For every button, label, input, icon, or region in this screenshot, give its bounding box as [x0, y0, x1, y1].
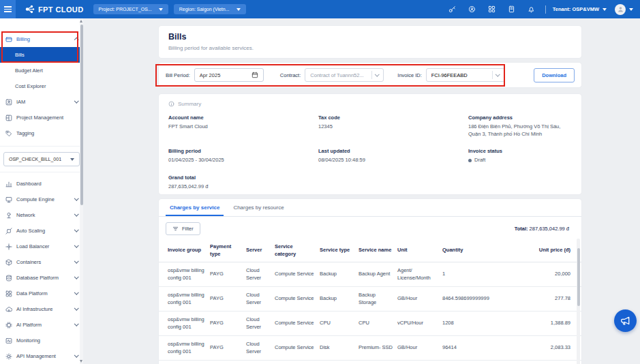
table-cell: Backup [320, 290, 359, 307]
brand-logo[interactable]: FPT CLOUD [25, 4, 84, 14]
filter-icon [172, 226, 179, 232]
chevron-down-icon [74, 196, 78, 200]
fpt-cloud-logo-icon [25, 4, 35, 14]
summary-title: Summary [178, 101, 201, 107]
table-row[interactable]: osp&vmw billing config 001PAYGCloud Serv… [159, 262, 581, 287]
filter-button[interactable]: Filter [166, 222, 200, 235]
sidebar-item-label: Auto Scaling [16, 228, 45, 234]
scrollbar-thumb[interactable] [80, 25, 83, 205]
info-icon [168, 101, 174, 107]
project-select[interactable]: Project: PROJECT_OS... [93, 4, 168, 14]
sidebar-item-label: IAM [16, 99, 25, 105]
tab-charges-by-service[interactable]: Charges by service [163, 199, 226, 216]
sidebar-item-ai-infrastructure[interactable]: AI Infrastructure [0, 301, 83, 317]
tab-charges-by-resource[interactable]: Charges by resource [226, 199, 290, 216]
sidebar-scrollbar[interactable] [80, 18, 83, 364]
menu-icon[interactable] [0, 0, 16, 18]
table-cell: osp&vmw billing config 001 [159, 287, 210, 311]
apps-grid-icon[interactable] [482, 0, 502, 18]
table-header-cell: Payment type [210, 239, 246, 262]
documentation-icon[interactable] [502, 0, 521, 18]
summary-grid: Account nameFPT Smart CloudTax code12345… [168, 115, 572, 190]
announcement-fab[interactable] [614, 309, 637, 332]
invoice-id-label: Invoice ID: [397, 72, 421, 78]
sidebar-item-compute-engine[interactable]: Compute Engine [0, 192, 83, 207]
sidebar-item-tagging[interactable]: Tagging [0, 125, 83, 141]
sidebar-item-billing[interactable]: Billing [0, 31, 83, 47]
tenant-select[interactable]: Tenant: OSP&VMW [553, 6, 607, 12]
sidebar-item-network[interactable]: Network [0, 207, 83, 223]
sidebar-item-budget-alert[interactable]: Budget Alert [0, 63, 83, 78]
sidebar-item-data-platform[interactable]: Data Platform [0, 286, 83, 301]
sidebar-item-database-platform[interactable]: Database Platform [0, 270, 83, 286]
sidebar-item-ai-platform[interactable]: AI Platform [0, 317, 83, 333]
table-cell: PAYG [210, 266, 246, 283]
table-row[interactable]: osp&vmw billing config 001PAYGCloud Serv… [159, 336, 581, 361]
aiplatform-icon [5, 322, 12, 329]
table-cell: 96414 [442, 339, 517, 357]
summary-field-value: 08/04/2025 10:48:59 [318, 157, 444, 164]
chevron-down-icon [74, 275, 78, 279]
table-cell: 8464.598699999999 [442, 290, 517, 307]
table-cell: osp&vmw billing config 001 [159, 312, 210, 335]
chevron-down-icon[interactable] [629, 8, 633, 11]
calendar-icon [252, 72, 258, 78]
status-dot-icon [468, 159, 472, 162]
table-scrollbar[interactable] [577, 239, 580, 364]
table-cell: Compute Service [275, 315, 320, 332]
summary-field-label: Grand total [168, 175, 318, 181]
sidebar-item-api-management[interactable]: API Management [0, 348, 83, 364]
notifications-bell-icon[interactable] [521, 0, 541, 18]
sidebar-item-label: Load Balancer [16, 243, 49, 249]
sidebar-item-iam[interactable]: IAM [0, 94, 83, 110]
table-header-cell: Unit [397, 243, 442, 258]
sidebar-item-project-management[interactable]: Project Management [0, 110, 83, 125]
monitoring-icon [5, 337, 12, 344]
charges-tabs: Charges by service Charges by resource [159, 199, 581, 217]
user-avatar[interactable] [615, 4, 626, 15]
sidebar-item-dashboard[interactable]: Dashboard [0, 176, 83, 192]
bill-period-value: Apr 2025 [200, 72, 220, 78]
sidebar-item-cost-explorer[interactable]: Cost Explorer [0, 78, 83, 94]
sidebar-item-containers[interactable]: Containers [0, 254, 83, 270]
sidebar-item-label: Dashboard [16, 181, 42, 187]
download-button[interactable]: Download [534, 68, 575, 82]
sidebar-item-label: Compute Engine [16, 196, 55, 202]
chevron-down-icon [237, 8, 241, 11]
access-key-icon[interactable] [442, 0, 462, 18]
billing-config-select[interactable]: OSP_CHECK_BILL_001 [3, 152, 80, 166]
scrollbar-thumb[interactable] [577, 248, 580, 306]
table-header-cell: Service category [275, 239, 320, 262]
table-cell: Compute Service [275, 266, 320, 283]
sidebar-item-auto-scaling[interactable]: Auto Scaling [0, 223, 83, 239]
sidebar-item-bills[interactable]: Bills [0, 47, 83, 63]
scroll-down-arrow-icon[interactable] [80, 360, 82, 363]
table-cell: 2,083.33 [517, 339, 581, 357]
table-cell: GB/Hour [397, 339, 442, 357]
chevron-down-icon [74, 259, 78, 263]
billing-icon [5, 36, 12, 43]
region-select[interactable]: Region: Saigon (Vietn... [174, 4, 246, 14]
sidebar-item-label: Bills [15, 52, 25, 58]
filter-bar-card: Bill Period: Apr 2025 Contract: Contract… [159, 63, 581, 87]
support-icon[interactable] [462, 0, 482, 18]
bill-period-input[interactable]: Apr 2025 [194, 68, 264, 82]
contract-select[interactable]: Contract of Tuannn52... [305, 68, 384, 82]
summary-field-value: 287,635,042.99 đ [168, 183, 294, 191]
bill-period-label: Bill Period: [166, 72, 190, 78]
table-cell: Compute Service [275, 339, 320, 357]
project-icon [5, 115, 12, 121]
sidebar-item-monitoring[interactable]: Monitoring [0, 333, 83, 348]
invoice-id-select[interactable]: FCI-96FEEABD [426, 68, 505, 82]
table-cell: 1 [442, 266, 517, 283]
summary-field-label: Last updated [318, 148, 468, 154]
sidebar-item-load-balancer[interactable]: Load Balancer [0, 239, 83, 254]
table-cell: Compute Service [275, 290, 320, 307]
table-row[interactable]: osp&vmw billing config 001PAYGCloud Serv… [159, 287, 581, 312]
table-cell: vCPU/Hour [397, 315, 442, 332]
api-icon [5, 353, 12, 360]
table-header-cell: Server [246, 243, 275, 258]
table-row[interactable]: osp&vmw billing config 001PAYGCloud Serv… [159, 312, 581, 336]
table-row[interactable]: osp&vmw billing config 001PAYGCloud Serv… [159, 361, 581, 364]
scroll-up-arrow-icon[interactable] [80, 20, 82, 22]
